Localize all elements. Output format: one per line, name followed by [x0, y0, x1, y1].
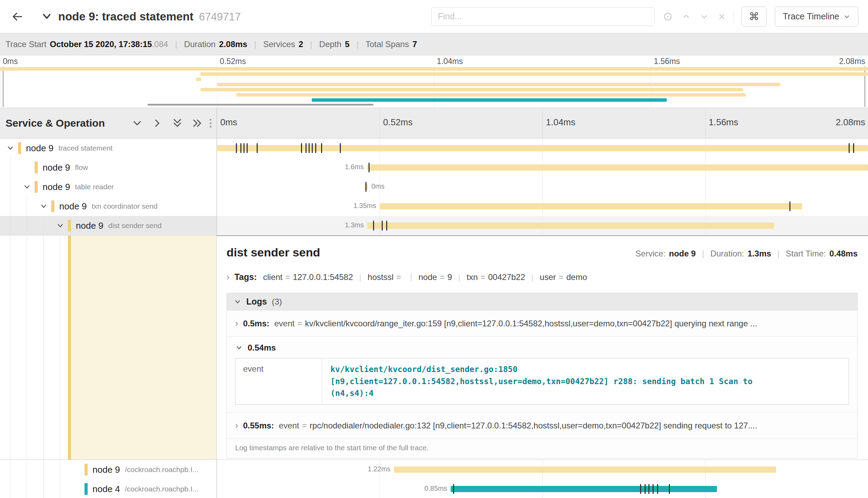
service-name: node 9: [43, 162, 70, 173]
operation-name: table reader: [75, 183, 114, 191]
span-track[interactable]: 0ms: [216, 177, 868, 197]
total-spans-label: Total Spans: [365, 39, 409, 49]
column-resizer[interactable]: [208, 117, 213, 129]
log-value: kv/kvclient/kvcoord/range_iter.go:159 [n…: [305, 319, 757, 328]
span-name-cell[interactable]: node 9 traced statement: [0, 138, 216, 158]
collapse-chevron-icon[interactable]: [6, 144, 18, 152]
collapse-chevron-icon[interactable]: [56, 221, 68, 230]
view-selector-label: Trace Timeline: [783, 11, 839, 21]
find-input[interactable]: [431, 7, 655, 26]
span-track[interactable]: 0.85ms: [216, 479, 868, 498]
log-field-value-cell: kv/kvclient/kvcoord/dist_sender.go:1850 …: [322, 359, 849, 405]
trace-collapse-chevron-icon[interactable]: [42, 11, 52, 22]
table-row: event kv/kvclient/kvcoord/dist_sender.go…: [236, 359, 849, 405]
back-button[interactable]: [10, 9, 26, 25]
span-log-tick: [321, 143, 322, 153]
log-entry[interactable]: ›0.5ms:event=kv/kvclient/kvcoord/range_i…: [227, 310, 857, 337]
tag-item: txn=00427b22: [467, 272, 525, 282]
log-entry-expanded: 0.54ms event kv/kvclient/kvcoord/dist_se…: [227, 337, 857, 413]
span-log-tick: [301, 143, 302, 153]
span-row[interactable]: node 9 flow 1.6ms: [0, 158, 868, 177]
collapse-one-level-icon[interactable]: [152, 118, 162, 128]
log-entry[interactable]: ›0.55ms:event=rpc/nodedialer/nodedialer.…: [227, 413, 857, 439]
minimap-tick-label: 2.08ms: [839, 57, 865, 66]
span-bar[interactable]: [367, 223, 774, 229]
span-row[interactable]: node 9 traced statement: [0, 138, 868, 158]
span-row[interactable]: node 9 dist sender send 1.3ms: [0, 216, 868, 235]
span-name-cell[interactable]: node 9 dist sender send: [0, 216, 216, 235]
span-log-tick: [849, 143, 850, 153]
ruler-tick-label: 0.52ms: [383, 117, 413, 128]
clear-find-icon[interactable]: [718, 12, 726, 21]
span-bar[interactable]: [451, 486, 717, 492]
span-row[interactable]: node 4 /cockroach.roachpb.I... 0.85ms: [0, 479, 868, 498]
ruler-tick-label: 1.04ms: [546, 117, 575, 128]
trace-minimap[interactable]: 0ms 0.52ms 1.04ms 1.56ms 2.08ms: [0, 55, 868, 108]
span-track[interactable]: 1.35ms: [216, 197, 868, 216]
log-entry[interactable]: 0.54ms: [235, 343, 849, 353]
span-name-cell[interactable]: node 4 /cockroach.roachpb.I...: [0, 479, 216, 498]
span-name-cell[interactable]: node 9 table reader: [0, 177, 216, 197]
trace-view-app: node 9: traced statement6749717 ⌘: [0, 0, 868, 498]
trace-start-ms: .084: [152, 39, 168, 49]
view-selector-button[interactable]: Trace Timeline: [775, 7, 858, 27]
collapse-all-icon[interactable]: [192, 118, 203, 128]
span-bar[interactable]: [367, 164, 868, 171]
span-bar[interactable]: [394, 467, 776, 473]
span-duration-label: 1.6ms: [345, 163, 364, 171]
span-track[interactable]: 1.22ms: [216, 460, 868, 479]
operation-name: txn coordinator send: [92, 202, 158, 210]
span-log-tick: [257, 143, 258, 153]
indent-guide: [60, 236, 60, 460]
indent-guide: [10, 177, 10, 197]
span-log-tick: [789, 201, 790, 211]
summary-divider: |: [310, 39, 312, 49]
span-name-cell[interactable]: node 9 /cockroach.roachpb.I...: [0, 460, 216, 479]
span-track[interactable]: [216, 138, 868, 158]
next-result-icon[interactable]: [700, 12, 709, 21]
indent-guide: [27, 479, 27, 498]
span-row[interactable]: node 9 txn coordinator send 1.35ms: [0, 197, 868, 216]
service-name: node 9: [59, 201, 87, 212]
operation-name: dist sender send: [108, 221, 162, 230]
expand-all-icon[interactable]: [172, 118, 183, 128]
span-name-cell[interactable]: node 9 flow: [0, 158, 216, 177]
collapse-chevron-icon[interactable]: [39, 202, 51, 210]
logs-accordion-header[interactable]: Logs (3): [227, 293, 857, 310]
span-log-tick: [853, 143, 854, 153]
span-row[interactable]: node 9 /cockroach.roachpb.I... 1.22ms: [0, 460, 868, 479]
tags-accordion[interactable]: › Tags: client=127.0.0.1:54582 | hostssl…: [227, 272, 858, 282]
span-name-cell[interactable]: node 9 txn coordinator send: [0, 197, 216, 216]
span-track[interactable]: 1.3ms: [216, 216, 868, 235]
trace-start-value: October 15 2020, 17:38:15.084: [50, 39, 168, 49]
ruler-tick-label: 1.56ms: [709, 117, 738, 128]
service-label: Service:: [636, 249, 666, 259]
collapse-chevron-icon[interactable]: [23, 183, 35, 191]
span-row[interactable]: node 9 table reader 0ms: [0, 177, 868, 197]
log-value: rpc/nodedialer/nodedialer.go:132 [n9,cli…: [310, 421, 757, 430]
span-bar[interactable]: [217, 145, 868, 151]
services-value: 2: [299, 39, 303, 49]
locate-icon[interactable]: [663, 12, 673, 21]
span-track[interactable]: 1.6ms: [216, 158, 868, 177]
indent-guide: [27, 236, 27, 460]
indent-guide: [27, 216, 27, 235]
keyboard-shortcuts-button[interactable]: ⌘: [742, 7, 767, 27]
span-log-tick: [653, 484, 654, 494]
prev-result-icon[interactable]: [682, 12, 691, 21]
minimap-canvas[interactable]: [0, 66, 868, 108]
minimap-left-handle[interactable]: [3, 66, 3, 107]
service-name: node 9: [26, 143, 54, 154]
tag-divider: |: [410, 272, 412, 282]
operation-name: /cockroach.roachpb.I...: [125, 465, 198, 474]
span-detail-row: dist sender send Service: node 9 | Durat…: [0, 235, 868, 460]
minimap-span-bar: [236, 93, 746, 97]
total-spans-value: 7: [413, 39, 417, 49]
expand-one-level-icon[interactable]: [132, 118, 142, 128]
indent-guide: [60, 479, 60, 498]
tag-divider: |: [458, 272, 460, 282]
log-time: 0.54ms: [248, 343, 276, 353]
minimap-span-bar: [196, 78, 201, 81]
span-log-tick: [657, 484, 658, 494]
span-bar[interactable]: [380, 203, 802, 209]
